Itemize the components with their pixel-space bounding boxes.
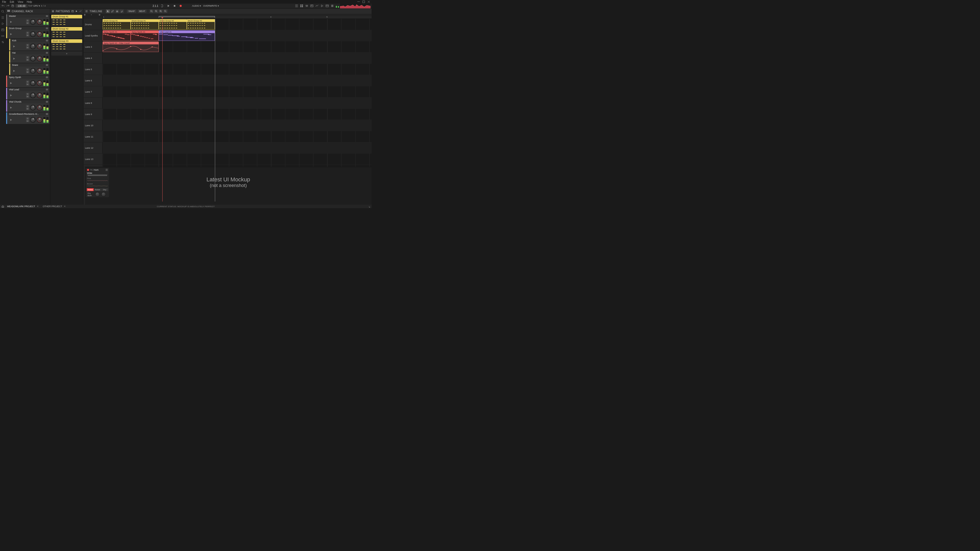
noise-pink[interactable]: Pink [86, 177, 109, 183]
mute-button[interactable]: M [26, 83, 29, 86]
channel-title[interactable]: GrowlerBass3-Revision1-Al... [6, 112, 49, 116]
channel-play-icon[interactable] [10, 94, 12, 97]
groove-dropdown[interactable]: GRV ▾ [33, 5, 40, 7]
pattern-1[interactable]: Drum Group #2 [51, 27, 82, 38]
mute-button[interactable]: M [26, 120, 29, 122]
channel-play-icon[interactable] [10, 21, 12, 23]
solo-button[interactable]: S [26, 56, 29, 59]
rail-piano-icon[interactable] [1, 28, 5, 32]
pan-knob[interactable] [30, 105, 36, 110]
redo-button[interactable] [6, 4, 10, 8]
lane-label-8[interactable]: Lane 9 [83, 109, 102, 120]
channel-6[interactable]: Vital Lead S M [6, 88, 49, 100]
channel-title[interactable]: Kick [9, 39, 49, 42]
home-icon[interactable] [2, 205, 4, 208]
lane-label-2[interactable]: Lane 3 [83, 41, 102, 52]
channel-title[interactable]: Drum Group [6, 27, 49, 30]
view-panel-icon[interactable] [325, 4, 329, 8]
channel-expand-icon[interactable] [46, 100, 48, 103]
pan-knob[interactable] [30, 68, 36, 74]
channel-play-icon[interactable] [13, 70, 15, 72]
view-list2-icon[interactable] [330, 4, 334, 8]
channel-5[interactable]: Spicy Synth S M [6, 76, 49, 87]
channel-play-icon[interactable] [10, 82, 12, 84]
menu-view[interactable]: View [18, 0, 23, 3]
playhead-marker[interactable] [161, 17, 163, 19]
mute-button[interactable]: M [26, 34, 29, 37]
piano-roll-icon[interactable] [72, 10, 74, 13]
volume-knob[interactable] [37, 117, 42, 123]
tab-noise-1[interactable]: Noise [87, 188, 94, 191]
clip-synth[interactable]: Vital Lead #1 [159, 30, 215, 41]
plugin-active-dot[interactable] [87, 169, 89, 171]
pattern-auto-icon[interactable] [80, 10, 82, 13]
mute-button[interactable]: M [26, 95, 29, 98]
solo-button[interactable]: S [26, 19, 29, 22]
menu-edit[interactable]: Edit [10, 0, 14, 3]
channel-4[interactable]: Snare S M [9, 63, 49, 75]
volume-knob[interactable] [37, 32, 42, 37]
view-play-icon[interactable] [320, 4, 324, 8]
pattern-2[interactable]: Drum Group #3 [51, 39, 82, 51]
lane-label-4[interactable]: Lane 5 [83, 64, 102, 75]
clip-automation[interactable]: Spicy Synth #1 - Filter Cutoff [103, 41, 159, 52]
lane-label-5[interactable]: Lane 6 [83, 75, 102, 86]
channel-play-icon[interactable] [10, 119, 12, 121]
lane-label-0[interactable]: Drums [83, 19, 102, 30]
lane-row-2[interactable]: Spicy Synth #1 - Filter Cutoff [103, 41, 372, 52]
view-automation-icon[interactable] [315, 4, 319, 8]
channel-title[interactable]: Hat [9, 51, 49, 54]
rail-plugin-icon[interactable] [1, 34, 5, 38]
lane-row-4[interactable] [103, 64, 372, 75]
tool-cut[interactable] [115, 10, 119, 13]
volume-knob[interactable] [37, 80, 42, 86]
clip-drum[interactable]: Drum Group #1 [130, 19, 159, 30]
loop-button[interactable] [160, 4, 164, 8]
rail-settings-icon[interactable] [1, 40, 5, 44]
channel-expand-icon[interactable] [46, 64, 48, 66]
expand-icon[interactable] [368, 205, 370, 208]
channel-expand-icon[interactable] [46, 88, 48, 91]
solo-button[interactable]: S [26, 105, 29, 107]
loop-end-line[interactable] [215, 19, 215, 202]
timesig-num[interactable]: 4 [41, 5, 42, 7]
channel-play-icon[interactable] [13, 45, 15, 48]
menu-help[interactable]: Help [27, 0, 32, 3]
lane-label-6[interactable]: Lane 7 [83, 86, 102, 97]
solo-button[interactable]: S [26, 81, 29, 83]
tab-noise-2[interactable]: Noise [94, 188, 101, 191]
lane-row-3[interactable] [103, 52, 372, 64]
clip-drum[interactable]: Drum Group #1 [103, 19, 130, 30]
lane-row-6[interactable] [103, 86, 372, 97]
rail-play-icon[interactable] [1, 22, 5, 25]
overwrite-dropdown[interactable]: OVERWRITE ▾ [203, 5, 219, 7]
project-tab-2[interactable]: OTHER PROJECT ✕ [42, 205, 67, 208]
beat-mode[interactable]: BEAT [138, 10, 147, 13]
view-mixer-icon[interactable] [305, 4, 309, 8]
channel-8[interactable]: GrowlerBass3-Revision1-Al... S M [6, 112, 49, 124]
channel-expand-icon[interactable] [46, 27, 48, 30]
pan-knob[interactable] [30, 93, 36, 98]
channel-expand-icon[interactable] [46, 113, 48, 115]
noise-brown[interactable]: Brown [86, 183, 109, 188]
tempo-field[interactable]: 130.00 [16, 4, 27, 8]
pan-knob[interactable] [30, 32, 36, 37]
ruler[interactable]: 1 2 3 4 5 [103, 16, 372, 19]
clip-drum[interactable]: Drum Group #2 [159, 19, 187, 30]
channel-7[interactable]: Vital Chords S M [6, 100, 49, 112]
menu-file[interactable]: File [2, 0, 6, 3]
channel-play-icon[interactable] [13, 57, 15, 60]
mute-button[interactable]: M [26, 46, 29, 49]
view-grid-icon[interactable] [300, 4, 304, 8]
close-tab-1[interactable]: ✕ [37, 205, 39, 208]
tap-button[interactable]: TAP [28, 5, 33, 7]
volume-knob[interactable] [37, 44, 42, 49]
volume-knob[interactable] [37, 93, 42, 98]
save-button[interactable] [11, 4, 15, 8]
solo-button[interactable]: S [26, 32, 29, 34]
plugin-menu-icon[interactable] [105, 169, 108, 171]
lane-label-11[interactable]: Lane 12 [83, 142, 102, 154]
zoom-reset[interactable] [163, 10, 167, 13]
channel-title[interactable]: Vital Lead [6, 88, 49, 91]
audio-dropdown[interactable]: AUDIO ▾ [192, 5, 201, 7]
